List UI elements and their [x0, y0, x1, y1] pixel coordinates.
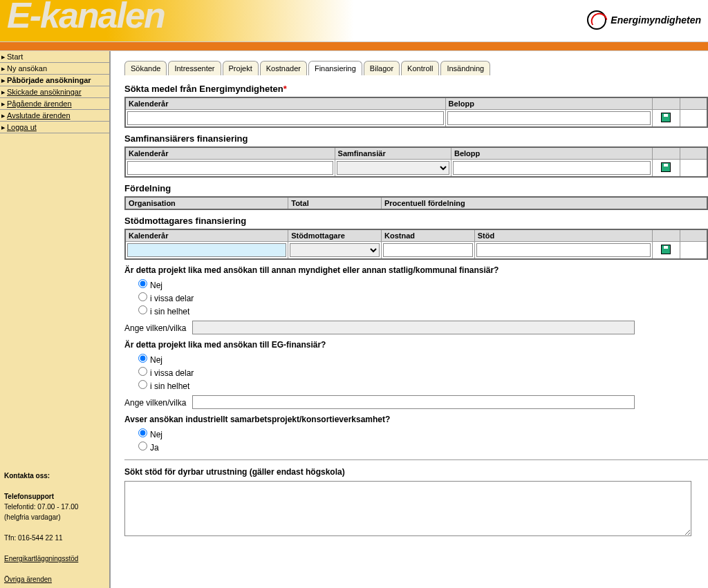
nav-item-5[interactable]: Avslutade ärenden	[0, 110, 109, 122]
contact-block: Kontakta oss: Telefonsupport Telefontid:…	[0, 465, 109, 588]
section-fordelning-title: Fördelning	[124, 183, 708, 193]
q3-radio-1[interactable]	[138, 442, 147, 451]
q2-label-0: Nej	[150, 355, 162, 365]
q1-radio-0[interactable]	[138, 279, 147, 288]
q1-label-2: i sin helhet	[150, 307, 189, 316]
contact-support: Telefonsupport	[4, 491, 105, 502]
q1-option-1: i vissa delar	[138, 292, 708, 303]
stodmott-stodmottagare-select[interactable]	[290, 243, 380, 257]
sokta-belopp-input[interactable]	[447, 111, 651, 125]
q1-radio-2[interactable]	[138, 305, 147, 314]
q2-radio-1[interactable]	[138, 367, 147, 376]
q1-option-0: Nej	[138, 279, 708, 290]
fordelning-table: Organisation Total Procentuell fördelnin…	[124, 196, 708, 210]
q3-option-0: Nej	[138, 428, 708, 439]
col-kalenderar: Kalenderår	[125, 229, 288, 242]
samfin-table: Kalenderår Samfinansiär Belopp	[124, 146, 708, 178]
section-samfin-title: Samfinansiärers finansiering	[124, 133, 708, 144]
section-sokta-title: Sökta medel från Energimyndigheten*	[124, 84, 708, 94]
contact-days: (helgfria vardagar)	[4, 512, 105, 522]
q2-label-2: i sin helhet	[150, 381, 189, 391]
tab-intressenter[interactable]: Intressenter	[168, 61, 221, 75]
nav-item-2[interactable]: Påbörjade ansökningar	[0, 75, 109, 86]
col-procent: Procentuell fördelning	[381, 197, 707, 209]
tab-bilagor[interactable]: Bilagor	[364, 61, 400, 75]
contact-heading: Kontakta oss:	[4, 471, 105, 481]
save-icon[interactable]	[661, 113, 671, 122]
stodmott-kostnad-input[interactable]	[383, 243, 473, 257]
contact-link-ovriga[interactable]: Övriga ärenden	[4, 576, 52, 583]
q2-option-0: Nej	[138, 354, 708, 365]
contact-link-energikart[interactable]: Energikartläggningsstöd	[4, 555, 78, 562]
nav-item-3[interactable]: Skickade ansökningar	[0, 86, 109, 98]
q2-label-1: i vissa delar	[150, 368, 194, 378]
q2-ange-input[interactable]	[192, 395, 635, 409]
samfin-belopp-input[interactable]	[453, 161, 651, 175]
contact-hours: Telefontid: 07.00 - 17.00	[4, 502, 105, 512]
contact-phone: Tfn: 016-544 22 11	[4, 533, 105, 543]
logo-icon	[587, 10, 606, 30]
col-organisation: Organisation	[125, 197, 288, 209]
tab-bar: SökandeIntressenterProjektKostnaderFinan…	[124, 61, 708, 75]
stodmott-stod-input[interactable]	[476, 243, 651, 257]
q1-ange-input[interactable]	[192, 321, 635, 334]
q4-textarea[interactable]	[124, 481, 691, 536]
q2-option-2: i sin helhet	[138, 380, 708, 391]
divider	[124, 459, 708, 460]
tab-insändning[interactable]: Insändning	[440, 61, 490, 75]
q2-ange-label: Ange vilken/vilka	[124, 398, 186, 408]
col-kostnad: Kostnad	[381, 229, 474, 242]
col-belopp: Belopp	[451, 147, 653, 160]
q3-radio-0[interactable]	[138, 428, 147, 437]
q1-radio-1[interactable]	[138, 292, 147, 301]
section-stodmott-title: Stödmottagares finansiering	[124, 216, 708, 226]
nav-item-1[interactable]: Ny ansökan	[0, 63, 109, 75]
orange-bar	[0, 41, 708, 51]
col-samfinansiar: Samfinansiär	[335, 147, 451, 160]
q3-option-1: Ja	[138, 442, 708, 453]
q3-label-1: Ja	[150, 443, 159, 453]
col-total: Total	[288, 197, 382, 209]
tab-kostnader[interactable]: Kostnader	[260, 61, 307, 75]
q2-radio-2[interactable]	[138, 380, 147, 389]
samfin-kalenderar-input[interactable]	[127, 161, 333, 175]
col-stodmottagare: Stödmottagare	[288, 229, 382, 242]
q2-radio-0[interactable]	[138, 354, 147, 363]
col-kalenderar: Kalenderår	[125, 97, 445, 110]
nav-item-0[interactable]: Start	[0, 51, 109, 63]
sokta-table: Kalenderår Belopp	[124, 97, 708, 128]
q2-option-1: i vissa delar	[138, 367, 708, 378]
stodmott-kalenderar-input[interactable]	[127, 243, 286, 257]
header: E-kanalen Energimyndigheten	[0, 0, 708, 41]
main-content: SökandeIntressenterProjektKostnaderFinan…	[111, 51, 708, 588]
q1-label-0: Nej	[150, 281, 162, 290]
q1-label-1: i vissa delar	[150, 294, 194, 303]
agency-logo: Energimyndigheten	[587, 10, 701, 30]
q1-option-2: i sin helhet	[138, 305, 708, 316]
nav-item-6[interactable]: Logga ut	[0, 122, 109, 133]
logo-text: Energimyndigheten	[611, 15, 701, 26]
nav-item-4[interactable]: Pågående ärenden	[0, 98, 109, 110]
save-icon[interactable]	[661, 245, 671, 254]
samfin-samfinansiar-select[interactable]	[337, 161, 449, 175]
tab-finansiering[interactable]: Finansiering	[308, 61, 362, 75]
sidebar: StartNy ansökanPåbörjade ansökningarSkic…	[0, 51, 111, 588]
question-4: Sökt stöd för dyrbar utrustning (gäller …	[124, 467, 708, 477]
question-3: Avser ansökan industriellt samarbetsproj…	[124, 415, 708, 424]
question-2: Är detta projekt lika med ansökan till E…	[124, 340, 708, 350]
col-belopp: Belopp	[445, 97, 652, 110]
tab-sökande[interactable]: Sökande	[124, 61, 167, 75]
col-stod: Stöd	[474, 229, 652, 242]
tab-kontroll[interactable]: Kontroll	[401, 61, 439, 75]
question-1: Är detta projekt lika med ansökan till a…	[124, 265, 708, 275]
save-icon[interactable]	[661, 162, 671, 172]
sokta-kalenderar-input[interactable]	[127, 111, 444, 125]
q3-label-0: Nej	[150, 430, 162, 439]
q1-ange-label: Ange vilken/vilka	[124, 323, 186, 333]
tab-projekt[interactable]: Projekt	[223, 61, 259, 75]
app-title: E-kanalen	[7, 0, 165, 36]
stodmott-table: Kalenderår Stödmottagare Kostnad Stöd	[124, 229, 708, 260]
col-kalenderar: Kalenderår	[125, 147, 335, 160]
